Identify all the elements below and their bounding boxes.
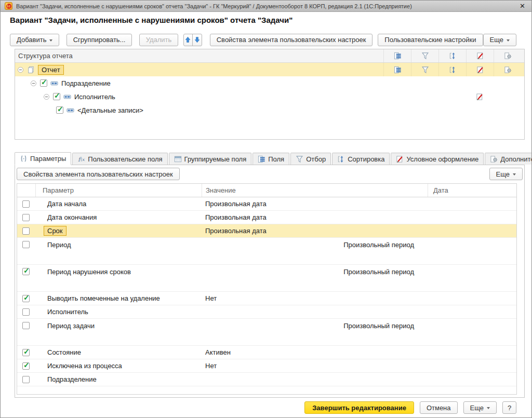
parameters-more-button[interactable]: Еще: [489, 168, 523, 180]
param-element-properties-button[interactable]: Свойства элемента пользовательских настр…: [17, 168, 180, 180]
grouping-icon: [50, 79, 58, 87]
toolbar-more-label: Еще: [490, 36, 503, 44]
function-icon: [77, 155, 85, 163]
row-checkbox[interactable]: [53, 93, 60, 100]
settings-cell: [494, 90, 521, 103]
param-name: Состояние: [35, 346, 202, 359]
delete-button[interactable]: Удалить: [139, 34, 179, 46]
footer-more-label: Еще: [470, 404, 484, 412]
tab-fields[interactable]: Поля: [252, 153, 289, 165]
use-checkbox[interactable]: [22, 308, 30, 316]
tree-row-icon-columns: [383, 90, 521, 103]
tab-label: Дополнительные настройки: [500, 155, 532, 163]
param-value[interactable]: [202, 305, 428, 318]
column-fields: [383, 49, 411, 62]
param-date: [428, 224, 516, 237]
conditional-appearance-icon: [396, 155, 404, 163]
table-row[interactable]: Период Произвольный период: [17, 238, 516, 265]
table-row[interactable]: Дата начала Произвольная дата: [17, 197, 516, 211]
use-checkbox[interactable]: [22, 322, 30, 329]
use-checkbox[interactable]: [22, 200, 30, 208]
use-checkbox[interactable]: [22, 227, 30, 235]
param-date: [428, 373, 516, 386]
tab-filter[interactable]: Отбор: [290, 153, 331, 165]
main-toolbar: Добавить Сгруппировать... Удалить Свойст…: [10, 33, 516, 46]
use-checkbox[interactable]: [22, 349, 30, 356]
close-icon[interactable]: ✕: [517, 3, 527, 9]
element-properties-label: Свойства элемента пользовательских настр…: [217, 36, 366, 44]
page-title: Вариант "Задачи, исполненные с нарушения…: [10, 16, 292, 24]
tab-additional-settings[interactable]: Дополнительные настройки: [485, 153, 532, 165]
row-checkbox[interactable]: [56, 106, 63, 114]
filter-cell: [411, 63, 438, 76]
fields-icon: [258, 155, 265, 163]
param-value[interactable]: Нет: [202, 359, 428, 372]
tab-label: Параметры: [30, 155, 66, 163]
settings-icon: [504, 66, 512, 74]
param-value[interactable]: Произвольная дата: [202, 211, 428, 224]
param-value[interactable]: Произвольная дата: [202, 197, 428, 210]
tab-grouped-fields[interactable]: Группируемые поля: [169, 153, 252, 165]
tab-conditional-appearance[interactable]: Условное оформление: [391, 153, 484, 165]
param-value[interactable]: Нет: [202, 292, 428, 305]
table-row[interactable]: Период нарушения сроков Произвольный пер…: [17, 265, 516, 292]
arrow-down-icon: [194, 36, 201, 43]
group-button[interactable]: Сгруппировать...: [66, 34, 132, 46]
collapse-icon[interactable]: [43, 93, 50, 100]
add-button[interactable]: Добавить: [10, 34, 59, 46]
table-row[interactable]: Период задачи Произвольный период: [17, 319, 516, 346]
move-down-button[interactable]: [192, 34, 202, 46]
tab-label: Пользовательские поля: [88, 155, 162, 163]
param-value[interactable]: [202, 373, 428, 386]
use-checkbox[interactable]: [22, 241, 30, 248]
param-value[interactable]: Активен: [202, 346, 428, 359]
collapse-icon[interactable]: [30, 80, 37, 87]
element-properties-button[interactable]: Свойства элемента пользовательских настр…: [210, 34, 373, 46]
tab-parameters[interactable]: Параметры: [15, 152, 71, 165]
use-checkbox[interactable]: [22, 376, 30, 383]
tab-sorting[interactable]: Сортировка: [332, 153, 390, 165]
chevron-down-icon: [487, 407, 490, 409]
window-title: Вариант "Задачи, исполненные с нарушения…: [16, 3, 514, 9]
parameters-panel: Свойства элемента пользовательских настр…: [15, 165, 525, 398]
move-up-button[interactable]: [183, 34, 193, 46]
param-value[interactable]: Произвольный период: [202, 319, 428, 345]
table-row[interactable]: Исполнитель: [17, 305, 516, 319]
column-settings: [494, 49, 521, 62]
table-row[interactable]: Выводить помеченные на удаление Нет: [17, 292, 516, 305]
fields-icon: [394, 52, 402, 60]
table-row-selected[interactable]: Срок Произвольная дата: [17, 224, 516, 238]
row-checkbox[interactable]: [40, 79, 47, 87]
param-value[interactable]: Произвольная дата: [202, 224, 428, 237]
chevron-down-icon: [49, 39, 52, 42]
table-row[interactable]: Состояние Активен: [17, 346, 516, 359]
report-structure-panel: Структура отчета Отчет: [15, 49, 525, 140]
tree-row-report[interactable]: Отчет: [15, 63, 524, 76]
tab-user-fields[interactable]: Пользовательские поля: [72, 153, 167, 165]
param-value[interactable]: Произвольный период: [202, 265, 428, 291]
table-row[interactable]: Исключена из процесса Нет: [17, 359, 516, 373]
finish-editing-button[interactable]: Завершить редактирование: [304, 401, 414, 414]
fields-cell: [383, 90, 411, 103]
toolbar-more-button[interactable]: Еще: [483, 34, 516, 46]
param-name: Исключена из процесса: [35, 359, 202, 372]
collapse-icon[interactable]: [17, 66, 24, 73]
table-row[interactable]: Дата окончания Произвольная дата: [17, 211, 516, 224]
table-row[interactable]: Подразделение: [17, 373, 516, 386]
use-checkbox[interactable]: [22, 268, 30, 275]
use-checkbox[interactable]: [22, 362, 30, 370]
param-column-header: Параметр: [35, 184, 202, 197]
use-checkbox[interactable]: [22, 214, 30, 221]
cancel-button[interactable]: Отмена: [420, 401, 458, 414]
delete-button-label: Удалить: [146, 36, 172, 44]
footer-more-button[interactable]: Еще: [463, 401, 497, 414]
help-button[interactable]: ?: [502, 401, 516, 414]
param-date: [428, 319, 516, 345]
tree-row-grouping[interactable]: Исполнитель: [15, 90, 524, 103]
user-settings-button[interactable]: Пользовательские настройки: [378, 34, 483, 46]
conditional-appearance-icon: [476, 66, 484, 74]
tree-row-detail-records[interactable]: <Детальные записи>: [15, 103, 524, 117]
param-value[interactable]: Произвольный период: [202, 238, 428, 264]
use-checkbox[interactable]: [22, 295, 30, 302]
tree-row-grouping[interactable]: Подразделение: [15, 76, 524, 90]
